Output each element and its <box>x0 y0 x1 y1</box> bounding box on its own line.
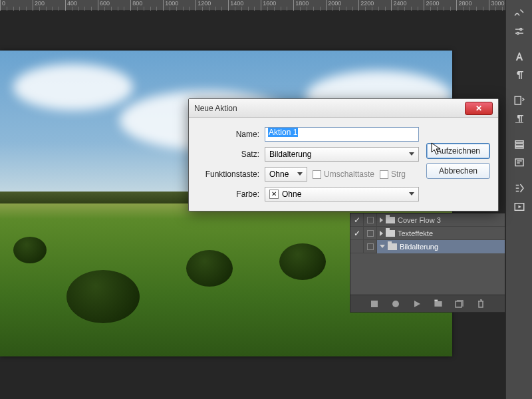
svg-rect-3 <box>515 141 523 143</box>
svg-point-0 <box>519 29 521 31</box>
actions-list: ✓Cover Flow 3✓TexteffekteBildalterung <box>350 213 505 295</box>
action-set-label: Cover Flow 3 <box>398 216 441 224</box>
cancel-button[interactable]: Abbrechen <box>426 163 490 179</box>
folder-icon <box>388 243 397 250</box>
toggle-check-cell[interactable]: ✓ <box>350 213 364 227</box>
folder-icon <box>386 217 395 223</box>
new-action-dialog: Neue Aktion ✕ Name: Aktion 1 Satz: Bilda… <box>188 98 499 211</box>
notes-icon[interactable] <box>510 154 529 172</box>
new-action-icon[interactable] <box>454 299 465 309</box>
action-set-label: Texteffekte <box>398 229 433 237</box>
shift-checkbox[interactable]: Umschalttaste <box>313 170 374 179</box>
action-set-select[interactable]: Bildalterung <box>265 147 419 162</box>
chevron-down-icon <box>409 192 414 196</box>
dialog-toggle-icon <box>367 243 374 250</box>
dialog-toggle-icon <box>367 230 374 237</box>
toggle-dialog-cell[interactable] <box>364 213 377 227</box>
dialog-toggle-icon <box>367 217 374 223</box>
photo-cloud <box>13 64 133 110</box>
chevron-right-icon[interactable] <box>380 231 383 236</box>
horizontal-ruler: 0200400600800100012001400160018002000220… <box>0 0 505 11</box>
name-label: Name: <box>197 130 259 139</box>
chevron-down-icon <box>297 172 303 176</box>
chevron-down-icon <box>409 152 414 156</box>
toggle-check-cell[interactable] <box>350 240 364 253</box>
svg-rect-4 <box>515 144 523 146</box>
chevron-right-icon[interactable] <box>380 217 383 223</box>
svg-point-1 <box>517 33 519 35</box>
play-icon[interactable] <box>510 198 529 215</box>
dialog-title: Neue Aktion <box>194 104 465 113</box>
function-key-label: Funktionstaste: <box>197 170 259 179</box>
character-styles-icon[interactable] <box>510 92 529 109</box>
svg-point-9 <box>392 301 399 307</box>
stop-recording-icon[interactable] <box>369 299 380 309</box>
delete-icon[interactable] <box>475 299 486 309</box>
toggle-dialog-cell[interactable] <box>364 240 377 253</box>
color-label: Farbe: <box>197 190 259 199</box>
action-set-row[interactable]: Bildalterung <box>350 240 505 253</box>
character-panel-icon[interactable] <box>510 48 529 65</box>
svg-rect-2 <box>515 96 521 104</box>
toggle-dialog-cell[interactable] <box>364 227 377 240</box>
photo-bush <box>66 270 140 323</box>
action-name-input[interactable]: Aktion 1 <box>265 127 419 142</box>
action-set-row[interactable]: ✓Cover Flow 3 <box>350 213 505 227</box>
action-set-row[interactable]: ✓Texteffekte <box>350 227 505 240</box>
paragraph-panel-icon[interactable] <box>510 66 529 84</box>
check-icon: ✓ <box>354 229 360 238</box>
paragraph-styles-icon[interactable] <box>510 110 529 128</box>
toggle-check-cell[interactable]: ✓ <box>350 227 364 240</box>
ruler-tick: 0 <box>0 0 5 11</box>
action-color-select[interactable]: ✕Ohne <box>265 187 419 201</box>
svg-rect-10 <box>456 301 462 307</box>
function-key-select[interactable]: Ohne <box>265 167 307 182</box>
svg-rect-5 <box>515 147 523 148</box>
actions-panel-footer <box>350 295 505 312</box>
actions-panel-icon[interactable] <box>510 180 529 197</box>
right-toolbar <box>505 0 532 399</box>
begin-recording-icon[interactable] <box>390 299 401 309</box>
folder-icon <box>386 230 395 237</box>
ctrl-checkbox[interactable]: Strg <box>380 170 406 179</box>
dialog-titlebar[interactable]: Neue Aktion ✕ <box>189 99 498 118</box>
play-selection-icon[interactable] <box>412 299 422 309</box>
brush-presets-icon[interactable] <box>510 4 529 21</box>
photo-bush <box>279 243 326 280</box>
action-set-label: Bildalterung <box>400 243 438 251</box>
svg-rect-8 <box>371 301 378 307</box>
check-icon: ✓ <box>354 215 360 225</box>
set-label: Satz: <box>197 150 259 159</box>
adjustments-icon[interactable] <box>510 23 529 40</box>
chevron-down-icon[interactable] <box>380 245 385 248</box>
photo-bush <box>13 237 47 263</box>
record-button[interactable]: Aufzeichnen <box>426 143 490 159</box>
photo-bush <box>186 250 233 287</box>
new-set-icon[interactable] <box>433 299 444 309</box>
dialog-close-button[interactable]: ✕ <box>465 102 493 115</box>
layer-comps-icon[interactable] <box>510 136 529 153</box>
actions-panel: ✓Cover Flow 3✓TexteffekteBildalterung <box>350 213 505 313</box>
